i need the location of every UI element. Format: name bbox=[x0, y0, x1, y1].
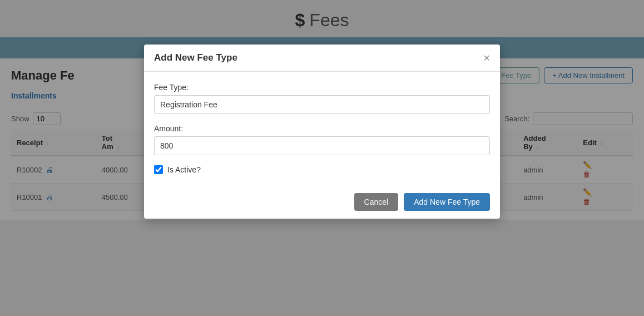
modal-close-button[interactable]: × bbox=[483, 52, 490, 63]
modal-body: Fee Type: Amount: Is Active? bbox=[144, 72, 500, 185]
is-active-checkbox[interactable] bbox=[154, 165, 163, 174]
add-fee-type-button[interactable]: Add New Fee Type bbox=[404, 193, 490, 211]
amount-group: Amount: bbox=[154, 124, 490, 155]
modal-header: Add New Fee Type × bbox=[144, 45, 500, 72]
add-fee-type-modal: Add New Fee Type × Fee Type: Amount: Is … bbox=[144, 45, 500, 219]
fee-type-group: Fee Type: bbox=[154, 83, 490, 114]
fee-type-label: Fee Type: bbox=[154, 83, 490, 92]
page-background: $ Fees Manage Fe + New Fee Type + Add Ne… bbox=[0, 0, 644, 316]
modal-footer: Cancel Add New Fee Type bbox=[144, 185, 500, 219]
modal-title: Add New Fee Type bbox=[154, 52, 237, 63]
amount-label: Amount: bbox=[154, 124, 490, 133]
cancel-button[interactable]: Cancel bbox=[354, 193, 399, 211]
is-active-group: Is Active? bbox=[154, 165, 490, 174]
amount-input[interactable] bbox=[154, 136, 490, 155]
fee-type-input[interactable] bbox=[154, 95, 490, 114]
is-active-label: Is Active? bbox=[167, 165, 201, 174]
